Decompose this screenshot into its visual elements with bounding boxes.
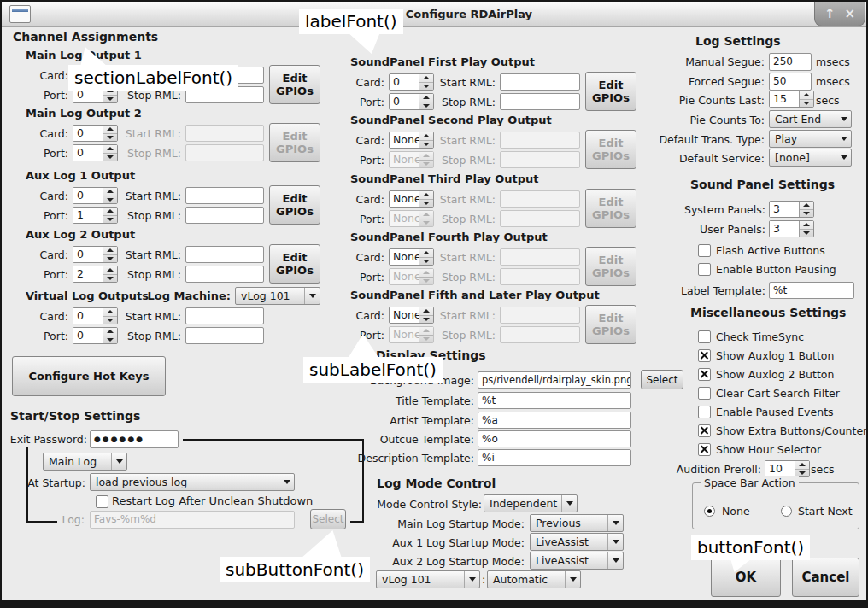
spinner-buttons[interactable]	[103, 308, 117, 324]
mode-control-style-combobox[interactable]: Independent	[484, 494, 578, 512]
forced-segue-input[interactable]: 50	[769, 73, 812, 91]
spin-up-icon[interactable]	[103, 208, 117, 216]
port-spinbox[interactable]: 0	[73, 327, 118, 344]
spin-up-icon[interactable]	[800, 202, 813, 210]
spin-down-icon[interactable]	[103, 196, 117, 204]
spin-up-icon[interactable]	[795, 461, 809, 470]
spin-up-icon[interactable]	[419, 249, 433, 258]
spinner-buttons[interactable]	[799, 202, 813, 217]
default-service-combobox[interactable]: [none]	[769, 149, 852, 167]
start-rml-input[interactable]	[185, 307, 264, 324]
card-spinbox[interactable]: None	[389, 132, 434, 149]
show-auxlog2-checkbox[interactable]	[698, 368, 711, 381]
background-image-select-button[interactable]: Select	[641, 370, 683, 389]
title-template-input[interactable]: %t	[478, 392, 631, 409]
start-rml-input[interactable]	[185, 187, 264, 204]
spin-down-icon[interactable]	[419, 141, 433, 149]
spinner-buttons[interactable]	[419, 307, 433, 323]
spin-down-icon[interactable]	[419, 258, 433, 266]
spin-up-icon[interactable]	[419, 132, 433, 141]
start-rml-input[interactable]	[500, 73, 580, 91]
spinner-buttons[interactable]	[103, 266, 117, 282]
spinner-buttons[interactable]	[419, 191, 433, 207]
enable-button-pausing-checkbox[interactable]	[698, 263, 711, 276]
spin-down-icon[interactable]	[800, 100, 813, 108]
card-spinbox[interactable]: 0	[389, 73, 434, 91]
start-rml-input[interactable]	[185, 246, 264, 263]
spin-down-icon[interactable]	[103, 255, 117, 263]
pie-counts-to-combobox[interactable]: Cart End	[769, 110, 852, 128]
spin-down-icon[interactable]	[419, 83, 433, 91]
spin-up-icon[interactable]	[103, 188, 117, 196]
at-startup-combobox[interactable]: load previous log	[90, 473, 295, 491]
spinner-buttons[interactable]	[799, 221, 813, 237]
spin-down-icon[interactable]	[800, 210, 813, 218]
exit-password-input[interactable]: ●●●●●●	[90, 430, 179, 448]
cancel-button[interactable]: Cancel	[792, 558, 859, 597]
card-spinbox[interactable]: 0	[73, 307, 118, 324]
ok-button[interactable]: OK	[711, 558, 781, 597]
spin-down-icon[interactable]	[103, 317, 117, 324]
show-extra-buttons-checkbox[interactable]	[698, 424, 711, 437]
restart-log-checkbox[interactable]	[96, 495, 108, 508]
spinner-buttons[interactable]	[419, 74, 433, 90]
label-template-input[interactable]: %t	[769, 282, 854, 299]
spin-up-icon[interactable]	[800, 221, 813, 230]
spin-up-icon[interactable]	[800, 91, 813, 100]
spin-down-icon[interactable]	[103, 216, 117, 224]
spin-up-icon[interactable]	[103, 308, 117, 317]
enable-paused-events-checkbox[interactable]	[698, 406, 711, 418]
system-panels-spinbox[interactable]: 3	[769, 201, 814, 218]
vlog-machine-combobox[interactable]: vLog 101	[376, 570, 480, 588]
spin-down-icon[interactable]	[800, 230, 813, 237]
spin-down-icon[interactable]	[419, 200, 433, 208]
startup-log-machine-combobox[interactable]: Main Log	[43, 453, 127, 471]
spin-up-icon[interactable]	[419, 191, 433, 200]
stop-rml-input[interactable]	[185, 266, 264, 283]
space-bar-none-radio[interactable]	[704, 506, 715, 517]
configure-hot-keys-button[interactable]: Configure Hot Keys	[12, 356, 166, 396]
spin-up-icon[interactable]	[103, 126, 117, 134]
spin-down-icon[interactable]	[103, 154, 117, 161]
show-hour-selector-checkbox[interactable]	[698, 443, 711, 456]
spin-up-icon[interactable]	[419, 74, 433, 83]
spin-down-icon[interactable]	[419, 102, 433, 110]
card-spinbox[interactable]: 0	[73, 187, 118, 204]
edit-gpios-button[interactable]: EditGPIOs	[269, 185, 320, 225]
spinner-buttons[interactable]	[103, 188, 117, 203]
port-spinbox[interactable]: 0	[73, 144, 118, 161]
card-spinbox[interactable]: None	[389, 307, 434, 324]
port-spinbox[interactable]: 2	[73, 266, 118, 283]
spinner-buttons[interactable]	[795, 461, 809, 476]
clear-cart-search-filter-checkbox[interactable]	[698, 387, 711, 400]
spinner-buttons[interactable]	[103, 126, 117, 141]
stop-rml-input[interactable]	[185, 207, 264, 224]
main-log-startup-mode-combobox[interactable]: Previous	[530, 514, 624, 532]
spinner-buttons[interactable]	[419, 132, 433, 148]
window-titlebar[interactable]: RDAdmin - Configure RDAirPlay ↑ ×	[2, 2, 866, 27]
spinner-buttons[interactable]	[419, 249, 433, 265]
card-spinbox[interactable]: 0	[73, 246, 118, 263]
spin-down-icon[interactable]	[103, 275, 117, 283]
spin-down-icon[interactable]	[795, 470, 809, 477]
audition-preroll-spinbox[interactable]: 10	[765, 460, 810, 477]
spin-up-icon[interactable]	[103, 145, 117, 154]
spin-up-icon[interactable]	[419, 307, 433, 316]
flash-active-buttons-checkbox[interactable]	[698, 244, 711, 257]
aux2-log-startup-mode-combobox[interactable]: LiveAssist	[530, 552, 624, 570]
card-spinbox[interactable]: None	[389, 190, 434, 208]
spin-down-icon[interactable]	[103, 336, 117, 344]
show-auxlog1-checkbox[interactable]	[698, 349, 711, 362]
outcue-template-input[interactable]: %o	[478, 430, 631, 447]
vlog-mode-combobox[interactable]: Automatic	[487, 570, 581, 588]
log-machine-combobox[interactable]: vLog 101	[235, 287, 320, 305]
aux1-log-startup-mode-combobox[interactable]: LiveAssist	[530, 533, 624, 551]
spin-down-icon[interactable]	[103, 96, 117, 103]
spin-up-icon[interactable]	[103, 328, 117, 336]
background-image-input[interactable]: ps/rivendell/rdairplay_skin.png	[478, 371, 631, 389]
spin-down-icon[interactable]	[103, 134, 117, 142]
edit-gpios-button[interactable]: EditGPIOs	[269, 244, 320, 284]
spinner-buttons[interactable]	[799, 91, 813, 107]
close-window-icon[interactable]: ×	[845, 8, 856, 20]
port-spinbox[interactable]: 1	[73, 207, 118, 224]
